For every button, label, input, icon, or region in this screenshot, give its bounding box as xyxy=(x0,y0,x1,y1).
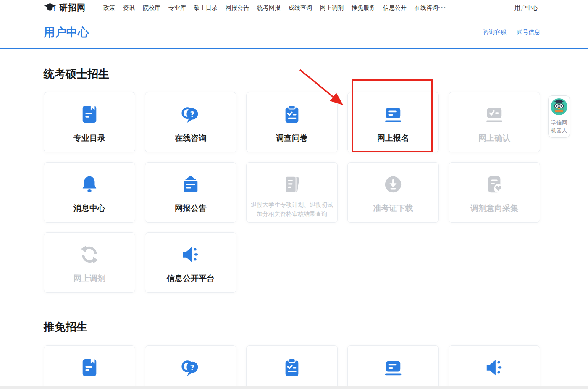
card-message-center[interactable]: 消息中心 xyxy=(44,162,135,223)
card-announcement[interactable]: 网报公告 xyxy=(145,162,236,223)
nav-item-8[interactable]: 网上调剂 xyxy=(320,4,344,12)
page-header: 用户中心 咨询客服 账号信息 xyxy=(0,16,588,49)
nav-item-1[interactable]: 资讯 xyxy=(123,4,135,12)
bell-icon xyxy=(80,175,99,194)
card-label: 网上确认 xyxy=(478,133,510,144)
chat-question-icon: ? xyxy=(181,358,200,377)
card-tm-admission-info[interactable]: 推免录取信息公开 xyxy=(449,345,540,389)
nav-item-9[interactable]: 推免服务 xyxy=(352,4,375,12)
user-center-page: 研招网 政策资讯院校库专业库硕士目录网报公告统考网报成绩查询网上调剂推免服务信息… xyxy=(0,0,588,389)
chat-question-icon: ? xyxy=(181,105,200,124)
page-title: 用户中心 xyxy=(44,25,89,40)
card-adjustment-intention: 调剂意向采集 xyxy=(449,162,540,223)
site-logo[interactable]: 研招网 xyxy=(44,2,86,14)
heart-doc-icon xyxy=(485,175,504,194)
top-navbar: 研招网 政策资讯院校库专业库硕士目录网报公告统考网报成绩查询网上调剂推免服务信息… xyxy=(0,0,588,16)
header-links: 咨询客服 账号信息 xyxy=(483,29,540,36)
svg-text:?: ? xyxy=(190,363,195,372)
card-online-consult[interactable]: ?在线咨询 xyxy=(145,92,236,152)
card-major-catalog[interactable]: 专业目录 xyxy=(44,92,135,152)
main-content: 统考硕士招生 专业目录?在线咨询调查问卷网上报名网上确认消息中心网报公告退役大学… xyxy=(0,67,588,389)
section-title-recommendation: 推免招生 xyxy=(44,320,588,334)
catalog-icon xyxy=(80,105,99,124)
card-survey[interactable]: 调查问卷 xyxy=(246,92,338,152)
customer-service-link[interactable]: 咨询客服 xyxy=(483,29,507,36)
card-online-adjustment: 网上调剂 xyxy=(44,232,135,293)
refresh-icon xyxy=(80,245,99,264)
card-label: 在线咨询 xyxy=(175,133,207,144)
card-label: 网上调剂 xyxy=(74,273,105,284)
card-online-confirm: 网上确认 xyxy=(449,92,540,152)
nav-item-6[interactable]: 统考网报 xyxy=(257,4,281,12)
card-tm-survey[interactable]: 调查问卷 xyxy=(246,345,338,389)
svg-text:?: ? xyxy=(190,110,195,118)
nav-more-button[interactable]: ••• xyxy=(438,5,446,11)
graduation-cap-icon xyxy=(44,2,56,14)
card-admission-ticket-download: 准考证下载 xyxy=(347,162,439,223)
notice-icon xyxy=(181,175,200,194)
card-label: 信息公开平台 xyxy=(167,273,215,284)
card-label: 消息中心 xyxy=(74,203,105,214)
card-info-platform[interactable]: 信息公开平台 xyxy=(145,232,236,293)
nav-item-10[interactable]: 信息公开 xyxy=(383,4,407,12)
card-label: 准考证下载 xyxy=(373,203,413,214)
register-icon xyxy=(383,105,403,124)
card-label: 调查问卷 xyxy=(276,133,308,144)
catalog-icon xyxy=(80,358,99,377)
nav-menu: 政策资讯院校库专业库硕士目录网报公告统考网报成绩查询网上调剂推免服务信息公开在线… xyxy=(103,4,438,12)
nav-item-2[interactable]: 院校库 xyxy=(143,4,160,12)
card-tm-online-consult[interactable]: ?在线咨询 xyxy=(145,345,236,389)
section-title-unified-exam: 统考硕士招生 xyxy=(44,67,588,81)
card-tm-major-catalog[interactable]: 专业目录 xyxy=(44,345,135,389)
chsi-robot-widget[interactable]: 学信网 机器人 xyxy=(548,95,570,138)
card-tm-online-register[interactable]: 网上报名 xyxy=(347,345,439,389)
card-label: 网报公告 xyxy=(175,203,207,214)
nav-item-3[interactable]: 专业库 xyxy=(168,4,186,12)
logo-text: 研招网 xyxy=(59,2,86,13)
unified-exam-card-grid: 专业目录?在线咨询调查问卷网上报名网上确认消息中心网报公告退役大学生专项计划、退… xyxy=(44,92,540,293)
recommendation-card-grid: 专业目录?在线咨询调查问卷网上报名推免录取信息公开 xyxy=(44,345,540,389)
robot-avatar-icon xyxy=(551,98,567,117)
account-info-link[interactable]: 账号信息 xyxy=(517,29,540,36)
nav-item-7[interactable]: 成绩查询 xyxy=(289,4,312,12)
register-icon xyxy=(383,358,403,377)
card-veteran-result-query: 退役大学生专项计划、退役初试加分相关资格审核结果查询 xyxy=(246,162,338,223)
result-query-icon xyxy=(282,175,302,194)
nav-item-11[interactable]: 在线咨询 xyxy=(415,4,438,12)
download-icon xyxy=(383,175,403,194)
card-label: 网上报名 xyxy=(377,133,409,144)
card-online-register[interactable]: 网上报名 xyxy=(347,92,439,152)
nav-user-center-link[interactable]: 用户中心 xyxy=(514,4,538,12)
card-label: 调剂意向采集 xyxy=(470,203,518,214)
confirm-icon xyxy=(485,105,504,124)
nav-item-0[interactable]: 政策 xyxy=(103,4,115,12)
card-label: 退役大学生专项计划、退役初试加分相关资格审核结果查询 xyxy=(247,200,337,218)
nav-item-4[interactable]: 硕士目录 xyxy=(194,4,218,12)
nav-item-5[interactable]: 网报公告 xyxy=(226,4,249,12)
horizontal-scrollbar[interactable] xyxy=(0,386,588,389)
card-label: 专业目录 xyxy=(74,133,105,144)
survey-icon xyxy=(282,105,302,124)
survey-icon xyxy=(282,358,302,377)
speaker-icon xyxy=(485,358,504,377)
speaker-icon xyxy=(181,245,200,264)
robot-label: 学信网 机器人 xyxy=(551,118,567,134)
